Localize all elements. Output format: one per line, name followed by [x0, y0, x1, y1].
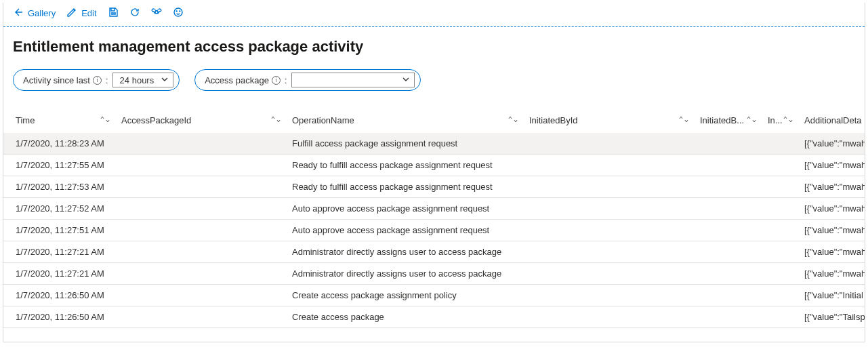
cell-time: 1/7/2020, 11:27:55 AM [3, 155, 116, 176]
cell-pkg [116, 176, 287, 198]
col-initiated-by-name[interactable]: InitiatedB... [695, 110, 762, 133]
cell-ibid [524, 306, 695, 328]
table-row[interactable]: 1/7/2020, 11:27:53 AMReady to fulfill ac… [3, 176, 865, 198]
cell-in [762, 263, 799, 285]
cell-time: 1/7/2020, 11:27:51 AM [3, 220, 116, 241]
gallery-button[interactable]: Gallery [13, 7, 56, 20]
feedback-button[interactable] [173, 7, 184, 20]
filter-activity-label: Activity since last [23, 75, 90, 85]
cell-time: 1/7/2020, 11:27:21 AM [3, 263, 116, 285]
edit-label: Edit [81, 8, 96, 18]
cell-time: 1/7/2020, 11:27:21 AM [3, 241, 116, 263]
filters-row: Activity since last i : 24 hours Access … [3, 56, 865, 98]
col-additional-details[interactable]: AdditionalDeta [799, 110, 865, 133]
cell-ibn [695, 306, 762, 328]
cell-pkg [116, 220, 287, 241]
cell-op: Create access package assignment policy [287, 285, 524, 306]
cell-add: [{"value":"mwah [799, 241, 865, 263]
svg-point-2 [179, 11, 180, 12]
cell-add: [{"value":"mwah [799, 155, 865, 176]
cell-op: Create access package [287, 306, 524, 328]
cell-add: [{"value":"Tailspi [799, 306, 865, 328]
cell-in [762, 176, 799, 198]
save-button[interactable] [108, 7, 119, 20]
chevron-down-icon [402, 75, 410, 85]
cell-pkg [116, 241, 287, 263]
cell-pkg [116, 198, 287, 220]
col-time[interactable]: Time [3, 110, 116, 133]
filter-access-package[interactable]: Access package i : [194, 69, 420, 91]
results-grid: Time AccessPackageId OperationName Initi… [3, 98, 865, 328]
cell-ibid [524, 285, 695, 306]
cell-time: 1/7/2020, 11:26:50 AM [3, 285, 116, 306]
cell-op: Ready to fulfill access package assignme… [287, 176, 524, 198]
cell-add: [{"value":"Initial [799, 285, 865, 306]
table-row[interactable]: 1/7/2020, 11:27:52 AMAuto approve access… [3, 198, 865, 220]
filter-access-package-label: Access package [205, 75, 269, 85]
cell-ibn [695, 133, 762, 155]
sort-icon [508, 115, 518, 123]
filter-activity-since[interactable]: Activity since last i : 24 hours [13, 69, 180, 91]
cell-time: 1/7/2020, 11:26:50 AM [3, 306, 116, 328]
cell-op: Administrator directly assigns user to a… [287, 263, 524, 285]
cell-op: Auto approve access package assignment r… [287, 198, 524, 220]
cell-in [762, 285, 799, 306]
cell-time: 1/7/2020, 11:27:53 AM [3, 176, 116, 198]
table-row[interactable]: 1/7/2020, 11:27:21 AMAdministrator direc… [3, 241, 865, 263]
cell-pkg [116, 133, 287, 155]
svg-point-1 [176, 11, 177, 12]
table-row[interactable]: 1/7/2020, 11:27:55 AMReady to fulfill ac… [3, 155, 865, 176]
activity-selected: 24 hours [120, 75, 154, 85]
cell-op: Ready to fulfill access package assignme… [287, 155, 524, 176]
separator: : [106, 75, 108, 85]
cell-pkg [116, 263, 287, 285]
activity-dropdown[interactable]: 24 hours [112, 73, 174, 87]
cell-in [762, 133, 799, 155]
access-package-dropdown[interactable] [291, 73, 415, 87]
cell-in [762, 241, 799, 263]
devops-icon [151, 7, 162, 20]
pencil-icon [66, 7, 77, 20]
col-add-label: AdditionalDeta [804, 115, 862, 125]
cell-op: Auto approve access package assignment r… [287, 220, 524, 241]
table-row[interactable]: 1/7/2020, 11:28:23 AMFulfill access pack… [3, 133, 865, 155]
cell-time: 1/7/2020, 11:28:23 AM [3, 133, 116, 155]
share-button[interactable] [151, 7, 162, 20]
col-in[interactable]: In... [762, 110, 799, 133]
cell-pkg [116, 285, 287, 306]
cell-ibid [524, 198, 695, 220]
cell-op: Administrator directly assigns user to a… [287, 241, 524, 263]
col-time-label: Time [16, 115, 35, 125]
table-row[interactable]: 1/7/2020, 11:27:51 AMAuto approve access… [3, 220, 865, 241]
cell-ibid [524, 155, 695, 176]
cell-pkg [116, 306, 287, 328]
cell-ibn [695, 285, 762, 306]
smiley-icon [173, 7, 184, 20]
sort-icon [746, 115, 757, 123]
table-row[interactable]: 1/7/2020, 11:26:50 AMCreate access packa… [3, 306, 865, 328]
save-icon [108, 7, 119, 20]
separator: : [285, 75, 287, 85]
svg-point-0 [174, 8, 182, 16]
header-row: Time AccessPackageId OperationName Initi… [3, 110, 865, 133]
col-initiated-by-id[interactable]: InitiatedById [524, 110, 695, 133]
cell-in [762, 306, 799, 328]
back-arrow-icon [13, 7, 24, 20]
info-icon: i [272, 76, 281, 85]
cell-add: [{"value":"mwah [799, 198, 865, 220]
sort-icon [678, 115, 689, 123]
col-operation-name[interactable]: OperationName [287, 110, 524, 133]
sort-icon [270, 115, 281, 123]
col-access-package-id[interactable]: AccessPackageId [116, 110, 287, 133]
cell-in [762, 198, 799, 220]
cell-time: 1/7/2020, 11:27:52 AM [3, 198, 116, 220]
workbook-panel: Gallery Edit Entit [3, 3, 865, 342]
table-row[interactable]: 1/7/2020, 11:26:50 AMCreate access packa… [3, 285, 865, 306]
refresh-icon [129, 7, 140, 20]
refresh-button[interactable] [129, 7, 140, 20]
gallery-label: Gallery [28, 8, 56, 18]
cell-ibid [524, 241, 695, 263]
cell-ibn [695, 263, 762, 285]
table-row[interactable]: 1/7/2020, 11:27:21 AMAdministrator direc… [3, 263, 865, 285]
edit-button[interactable]: Edit [66, 7, 96, 20]
